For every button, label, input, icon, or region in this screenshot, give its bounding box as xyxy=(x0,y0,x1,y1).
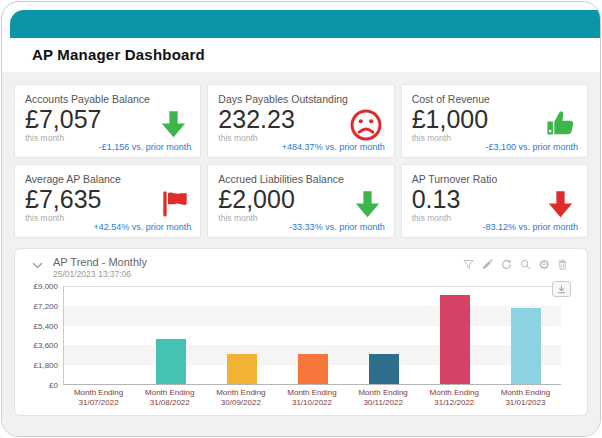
chart-widget-panel: AP Trend - Monthly 25/01/2023 13:37:06 ⚙… xyxy=(14,248,588,416)
chevron-down-icon[interactable] xyxy=(31,256,44,272)
chart-toolbar: ⚙ xyxy=(462,256,577,271)
edit-pencil-icon[interactable] xyxy=(481,258,494,271)
y-axis-tick-label: £3,600 xyxy=(34,341,58,350)
x-axis-category-label: Month Ending31/10/2022 xyxy=(276,388,347,409)
bar-chart-plot xyxy=(63,286,561,385)
trash-icon[interactable] xyxy=(556,258,569,271)
kpi-title: Cost of Revenue xyxy=(412,93,577,105)
chart-widget-titles: AP Trend - Monthly 25/01/2023 13:37:06 xyxy=(53,256,147,279)
title-bar: AP Manager Dashboard xyxy=(2,38,600,72)
bar-chart: £9,000£7,200£5,400£3,600£1,800£0 Month E… xyxy=(25,286,577,415)
y-axis: £9,000£7,200£5,400£3,600£1,800£0 xyxy=(25,286,63,385)
export-download-icon[interactable] xyxy=(552,281,571,297)
search-icon[interactable] xyxy=(519,258,532,271)
kpi-card: Accounts Payable Balance£7,057this month… xyxy=(14,84,201,158)
filter-icon[interactable] xyxy=(462,258,475,271)
x-axis-category-label: Month Ending31/08/2022 xyxy=(134,388,205,409)
bar[interactable] xyxy=(298,354,328,384)
page-title: AP Manager Dashboard xyxy=(32,46,584,63)
x-axis-category-label: Month Ending30/09/2022 xyxy=(205,388,276,409)
kpi-grid: Accounts Payable Balance£7,057this month… xyxy=(14,84,588,238)
bar-slot xyxy=(64,287,135,384)
kpi-card: Days Payables Outstanding232.23this mont… xyxy=(207,84,394,158)
flag-icon xyxy=(157,187,190,220)
bar-slot xyxy=(419,287,490,384)
kpi-change: -£3,100 vs. prior month xyxy=(485,142,578,152)
x-axis-category-label: Month Ending31/07/2022 xyxy=(63,388,134,409)
y-axis-tick-label: £7,200 xyxy=(34,301,58,310)
kpi-title: Accounts Payable Balance xyxy=(25,93,190,105)
y-axis-tick-label: £5,400 xyxy=(34,321,58,330)
kpi-change: -33.33% vs. prior month xyxy=(289,222,385,232)
kpi-card: Average AP Balance£7,635this month+42.54… xyxy=(14,164,201,238)
y-axis-tick-label: £9,000 xyxy=(34,282,58,291)
bar-slot xyxy=(135,287,206,384)
y-axis-tick-label: £0 xyxy=(49,381,58,390)
kpi-title: Accrued Liabilities Balance xyxy=(218,173,383,185)
refresh-icon[interactable] xyxy=(500,258,513,271)
bar-slot xyxy=(206,287,277,384)
kpi-change: -83.12% vs. prior month xyxy=(482,222,578,232)
x-axis-category-label: Month Ending31/01/2023 xyxy=(490,388,561,409)
y-axis-tick-label: £1,800 xyxy=(34,361,58,370)
kpi-title: Days Payables Outstanding xyxy=(218,93,383,105)
chart-title: AP Trend - Monthly xyxy=(53,256,147,268)
chart-widget-header: AP Trend - Monthly 25/01/2023 13:37:06 ⚙ xyxy=(25,256,577,279)
sad-face-icon xyxy=(348,107,384,143)
kpi-card: AP Turnover Ratio0.13this month-83.12% v… xyxy=(401,164,588,238)
kpi-change: +42.54% vs. prior month xyxy=(94,222,192,232)
x-axis-category-label: Month Ending31/12/2022 xyxy=(419,388,490,409)
kpi-card: Cost of Revenue£1,000this month-£3,100 v… xyxy=(401,84,588,158)
bar-slot xyxy=(490,287,561,384)
bar-slot xyxy=(348,287,419,384)
bar[interactable] xyxy=(511,308,541,384)
kpi-change: +484.37% vs. prior month xyxy=(282,142,385,152)
kpi-title: Average AP Balance xyxy=(25,173,190,185)
gear-icon[interactable]: ⚙ xyxy=(538,258,550,271)
arrow-down-icon xyxy=(351,187,384,220)
kpi-title: AP Turnover Ratio xyxy=(412,173,577,185)
plot-wrap: Month Ending31/07/2022Month Ending31/08/… xyxy=(63,286,561,415)
x-axis-category-label: Month Ending30/11/2022 xyxy=(348,388,419,409)
bar[interactable] xyxy=(156,339,186,384)
x-axis-labels: Month Ending31/07/2022Month Ending31/08/… xyxy=(63,388,561,415)
kpi-change: -£1,156 vs. prior month xyxy=(99,142,192,152)
chart-timestamp: 25/01/2023 13:37:06 xyxy=(53,269,147,279)
top-banner xyxy=(10,10,600,38)
dashboard-body: Accounts Payable Balance£7,057this month… xyxy=(2,72,600,437)
bar[interactable] xyxy=(227,354,257,384)
dashboard-frame: AP Manager Dashboard Accounts Payable Ba… xyxy=(1,1,601,437)
bar[interactable] xyxy=(440,295,470,384)
arrow-down-icon xyxy=(157,107,190,140)
arrow-down-icon xyxy=(544,187,577,220)
bar-slot xyxy=(277,287,348,384)
kpi-card: Accrued Liabilities Balance£2,000this mo… xyxy=(207,164,394,238)
thumbs-up-icon xyxy=(544,107,577,140)
bar[interactable] xyxy=(369,354,399,384)
